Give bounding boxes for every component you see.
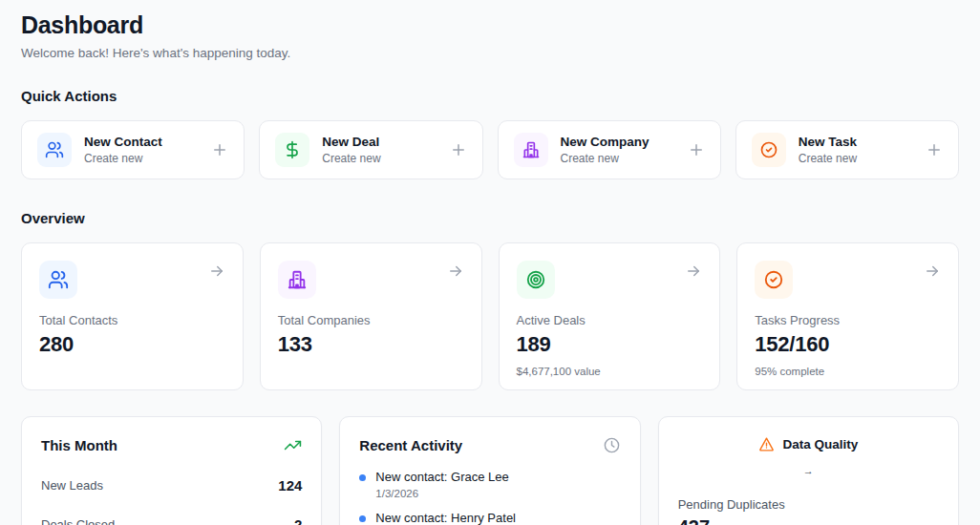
arrow-right-icon [447, 262, 464, 280]
arrow-right-icon [924, 262, 941, 280]
building-icon [514, 133, 548, 167]
quick-action-label: New Company [561, 135, 675, 149]
quick-action-label: New Task [799, 135, 913, 149]
page-subtitle: Welcome back! Here's what's happening to… [21, 46, 959, 60]
activity-date: 1/3/2026 [375, 488, 508, 499]
stat-substat: $4,677,100 value [517, 366, 703, 377]
plus-icon [926, 141, 943, 158]
pending-duplicates-value: 437 [678, 516, 939, 525]
this-month-title: This Month [41, 437, 117, 453]
month-stat-label: Deals Closed [41, 517, 115, 525]
data-quality-panel: Data Quality → Pending Duplicates 437 [658, 416, 959, 525]
activity-text: New contact: Henry Patel [375, 511, 516, 525]
bullet-dot-icon [359, 515, 366, 522]
pending-duplicates-label: Pending Duplicates [678, 497, 939, 512]
overview-grid: Total Contacts 280 Total Companies 133 [21, 242, 959, 390]
plus-icon [688, 141, 705, 158]
plus-icon [450, 141, 467, 158]
clock-icon [603, 436, 621, 454]
activity-list: New contact: Grace Lee 1/3/2026 New cont… [359, 470, 620, 525]
stat-card-total-contacts[interactable]: Total Contacts 280 [21, 242, 244, 390]
stat-card-total-companies[interactable]: Total Companies 133 [260, 242, 482, 390]
quick-action-new-task[interactable]: New Task Create new [735, 120, 959, 179]
quick-action-new-deal[interactable]: New Deal Create new [259, 120, 482, 179]
quick-action-new-contact[interactable]: New Contact Create new [21, 120, 245, 179]
this-month-panel: This Month New Leads 124 Deals Closed 2 [21, 416, 322, 525]
plus-icon [211, 141, 228, 158]
quick-actions-heading: Quick Actions [21, 88, 959, 104]
dashboard-page: Dashboard Welcome back! Here's what's ha… [0, 0, 980, 525]
stat-label: Total Contacts [39, 313, 225, 327]
month-stat-value: 2 [294, 516, 302, 525]
stat-label: Total Companies [278, 313, 464, 327]
month-stat-value: 124 [278, 477, 302, 494]
warning-triangle-icon [758, 436, 775, 452]
bullet-dot-icon [359, 474, 366, 481]
users-icon [39, 261, 77, 299]
stat-card-tasks-progress[interactable]: Tasks Progress 152/160 95% complete [736, 242, 959, 390]
quick-action-sublabel: Create new [799, 152, 913, 165]
building-icon [278, 261, 316, 299]
users-icon [37, 133, 72, 167]
quick-action-sublabel: Create new [84, 152, 199, 165]
quick-action-label: New Deal [322, 135, 437, 149]
bottom-panels: This Month New Leads 124 Deals Closed 2 … [21, 416, 959, 525]
stat-value: 280 [39, 332, 225, 357]
circle-check-icon [755, 261, 793, 299]
activity-text: New contact: Grace Lee [375, 470, 508, 484]
quick-action-sublabel: Create new [561, 152, 675, 165]
circle-check-icon [752, 133, 786, 167]
quick-actions-grid: New Contact Create new New Deal Create n… [21, 120, 959, 179]
arrow-right-icon [685, 262, 702, 280]
quick-action-sublabel: Create new [322, 152, 437, 165]
recent-activity-title: Recent Activity [359, 437, 462, 453]
target-icon [517, 261, 555, 299]
stat-value: 189 [517, 332, 703, 357]
stat-substat: 95% complete [755, 366, 941, 377]
dollar-icon [275, 133, 309, 167]
overview-heading: Overview [21, 210, 959, 226]
month-stat-label: New Leads [41, 478, 103, 493]
stat-label: Active Deals [517, 313, 703, 327]
activity-item: New contact: Henry Patel 1/3/2026 [359, 511, 620, 525]
activity-item: New contact: Grace Lee 1/3/2026 [359, 470, 620, 499]
trending-up-icon [284, 436, 302, 454]
page-title: Dashboard [21, 11, 959, 39]
arrow-right-icon: → [678, 466, 939, 476]
stat-value: 133 [278, 332, 464, 357]
stat-label: Tasks Progress [755, 313, 941, 327]
stat-card-active-deals[interactable]: Active Deals 189 $4,677,100 value [499, 242, 721, 390]
quick-action-label: New Contact [84, 135, 199, 149]
arrow-right-icon [208, 262, 225, 280]
quick-action-new-company[interactable]: New Company Create new [498, 120, 721, 179]
data-quality-title: Data Quality [782, 437, 858, 452]
recent-activity-panel: Recent Activity New contact: Grace Lee 1… [339, 416, 640, 525]
stat-value: 152/160 [755, 332, 941, 357]
month-stat-row: Deals Closed 2 [41, 516, 302, 525]
month-stat-row: New Leads 124 [41, 477, 302, 494]
